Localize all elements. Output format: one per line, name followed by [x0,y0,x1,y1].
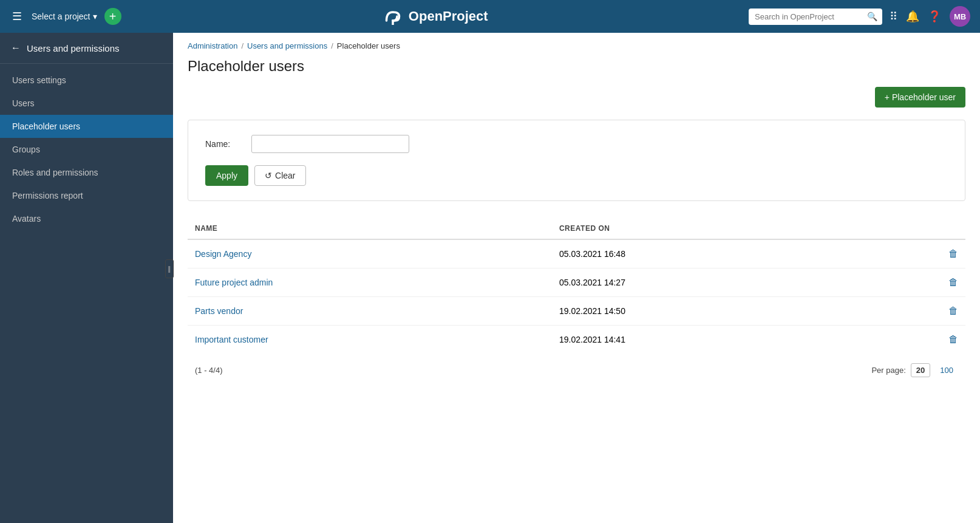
clear-button[interactable]: ↺ Clear [254,165,305,186]
table-header: NAME CREATED ON [188,218,965,239]
table-body: Design Agency 05.03.2021 16:48 🗑 Future … [188,239,965,354]
search-icon: 🔍 [867,12,877,21]
search-input[interactable] [749,9,882,25]
placeholder-user-link[interactable]: Important customer [195,335,268,344]
per-page-20[interactable]: 20 [911,363,930,377]
row-name: Future project admin [188,268,552,297]
apply-button[interactable]: Apply [205,165,248,186]
sidebar-item-groups[interactable]: Groups [0,138,173,161]
table-row: Design Agency 05.03.2021 16:48 🗑 [188,239,965,268]
per-page-label: Per page: [871,366,905,375]
chevron-down-icon: ▾ [93,12,97,21]
action-bar: + Placeholder user [188,87,965,120]
app-logo: OpenProject [129,8,742,25]
pagination-row: (1 - 4/4) Per page: 20 100 [188,354,965,382]
help-button[interactable]: ❓ [928,10,941,23]
topnav-icons: ⠿ 🔔 ❓ MB [890,6,970,27]
sidebar-header[interactable]: ← Users and permissions [0,33,173,64]
delete-icon[interactable]: 🗑 [948,248,958,259]
delete-icon[interactable]: 🗑 [948,334,958,345]
sidebar-collapse-handle[interactable]: ‖ [165,259,174,278]
sidebar-header-label: Users and permissions [27,43,120,53]
filter-box: Name: Apply ↺ Clear [188,120,965,201]
column-header-created-on: CREATED ON [552,218,870,239]
placeholder-user-link[interactable]: Future project admin [195,278,273,287]
breadcrumb-users-and-permissions[interactable]: Users and permissions [247,41,327,50]
breadcrumb: Administration / Users and permissions /… [173,33,980,54]
sidebar-navigation: Users settings Users Placeholder users G… [0,64,173,235]
hamburger-menu-icon[interactable]: ☰ [10,7,24,26]
row-name: Important customer [188,326,552,354]
sidebar-item-users[interactable]: Users [0,92,173,115]
logo-icon [382,8,404,25]
filter-actions: Apply ↺ Clear [205,165,948,186]
per-page-100[interactable]: 100 [935,364,958,377]
pagination-summary: (1 - 4/4) [195,366,223,375]
project-select-label: Select a project [32,12,90,21]
row-delete: 🗑 [870,268,965,297]
row-name: Design Agency [188,239,552,268]
row-delete: 🗑 [870,326,965,354]
app-name: OpenProject [409,9,488,24]
sidebar-item-avatars[interactable]: Avatars [0,207,173,230]
sidebar-item-placeholder-users[interactable]: Placeholder users [0,115,173,138]
clear-label: Clear [275,171,295,180]
name-filter-input[interactable] [251,135,409,153]
breadcrumb-separator-1: / [241,41,243,50]
add-placeholder-button[interactable]: + Placeholder user [875,87,965,108]
project-select[interactable]: Select a project ▾ [32,12,97,21]
sidebar-item-users-settings[interactable]: Users settings [0,69,173,92]
breadcrumb-current: Placeholder users [337,41,400,50]
column-header-name: NAME [188,218,552,239]
row-delete: 🗑 [870,239,965,268]
placeholder-user-link[interactable]: Parts vendor [195,306,243,316]
breadcrumb-administration[interactable]: Administration [188,41,237,50]
breadcrumb-separator-2: / [331,41,333,50]
delete-icon[interactable]: 🗑 [948,277,958,288]
notifications-button[interactable]: 🔔 [906,10,919,23]
placeholder-users-table: NAME CREATED ON Design Agency 05.03.2021… [188,218,965,354]
placeholder-user-link[interactable]: Design Agency [195,249,251,259]
modules-button[interactable]: ⠿ [890,10,897,23]
row-created-on: 05.03.2021 16:48 [552,239,870,268]
table-row: Important customer 19.02.2021 14:41 🗑 [188,326,965,354]
row-delete: 🗑 [870,297,965,326]
add-project-button[interactable]: + [104,8,121,25]
delete-icon[interactable]: 🗑 [948,306,958,316]
column-header-actions [870,218,965,239]
main-layout: ← Users and permissions Users settings U… [0,33,980,523]
table-row: Future project admin 05.03.2021 14:27 🗑 [188,268,965,297]
page-title: Placeholder users [173,54,980,87]
avatar[interactable]: MB [950,6,970,27]
main-content: Administration / Users and permissions /… [173,33,980,523]
sidebar-item-roles-and-permissions[interactable]: Roles and permissions [0,161,173,184]
search-wrapper: 🔍 [749,9,882,25]
content-area: + Placeholder user Name: Apply ↺ Clear [173,87,980,382]
row-created-on: 19.02.2021 14:50 [552,297,870,326]
sidebar: ← Users and permissions Users settings U… [0,33,173,523]
back-icon: ← [11,43,21,53]
top-navigation: ☰ Select a project ▾ + OpenProject 🔍 ⠿ 🔔… [0,0,980,33]
name-filter-label: Name: [205,139,242,149]
table-row: Parts vendor 19.02.2021 14:50 🗑 [188,297,965,326]
row-created-on: 19.02.2021 14:41 [552,326,870,354]
filter-row: Name: [205,135,948,153]
clear-icon: ↺ [265,171,272,180]
per-page: Per page: 20 100 [871,363,958,377]
row-name: Parts vendor [188,297,552,326]
sidebar-item-permissions-report[interactable]: Permissions report [0,184,173,207]
row-created-on: 05.03.2021 14:27 [552,268,870,297]
